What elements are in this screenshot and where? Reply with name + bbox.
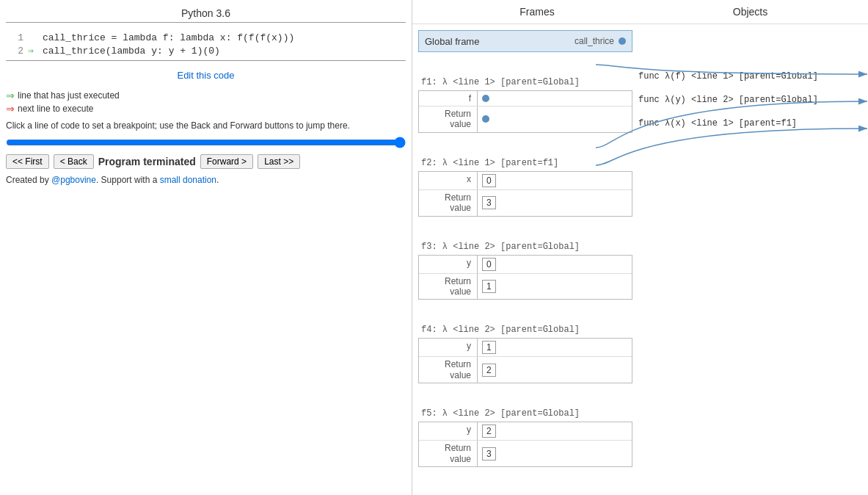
frame-f3-name-retval: Returnvalue [419,274,478,300]
frame-f3-row-y: y 0 [419,256,632,274]
code-text-2: call_thrice(lambda y: y + 1)(0) [43,46,220,57]
frame-f4-val-retval: 2 [478,357,500,383]
obj-1-text: func λ(f) <line 1> [parent=Global] [638,71,818,82]
frame-f5-table: y 2 Returnvalue 3 [418,422,632,467]
step-slider[interactable] [6,137,406,148]
edit-link-container: Edit this code [6,67,406,84]
frame-f1-title: f1: λ <line 1> [parent=Global] [418,76,632,89]
footer-prefix: Created by [6,175,51,185]
line-num-2: 2 [6,46,23,57]
author-link[interactable]: @pgbovine [51,175,96,185]
arrow-2: ⇒ [28,45,43,57]
f3-retval-val: 1 [482,280,496,293]
left-panel: Python 3.6 1 call_thrice = lambda f: lam… [0,0,412,495]
frame-f3-row-retval: Returnvalue 1 [419,274,632,300]
right-header: Frames Objects [412,0,868,24]
f2-x-val: 0 [482,174,496,187]
click-hint: Click a line of code to set a breakpoint… [6,120,406,131]
frame-f4-row-retval: Returnvalue 2 [419,357,632,383]
donation-link[interactable]: small donation [160,175,216,185]
legend: ⇒ line that has just executed ⇒ next lin… [6,90,406,115]
footer-suffix: . [216,175,219,185]
nav-buttons: << First < Back Program terminated Forwa… [6,154,406,169]
legend-arrow-red: ⇒ [6,103,15,115]
frame-f1-row-f: f [419,91,632,106]
frame-global: Global frame call_thrice [418,30,632,52]
frame-f2-row-retval: Returnvalue 3 [419,190,632,216]
legend-item-green: ⇒ line that has just executed [6,90,406,101]
frame-f2-name-x: x [419,172,478,189]
frame-f4-val-y: 1 [478,339,500,356]
frame-f3: f3: λ <line 2> [parent=Global] y 0 Retur… [418,240,632,300]
frame-f3-val-retval: 1 [478,274,500,300]
global-frame-box: Global frame call_thrice [418,30,632,52]
frames-section: Global frame call_thrice f1: λ <line 1> … [412,24,868,473]
first-button[interactable]: << First [6,154,49,169]
back-button[interactable]: < Back [54,154,94,169]
call-thrice-dot [619,37,626,45]
right-panel: Frames Objects Global [412,0,868,495]
code-line-2[interactable]: 2 ⇒ call_thrice(lambda y: y + 1)(0) [6,44,406,57]
frame-f2-row-x: x 0 [419,172,632,190]
edit-this-code-link[interactable]: Edit this code [177,70,234,81]
legend-item-red: ⇒ next line to execute [6,103,406,115]
f4-y-val: 1 [482,341,496,354]
frame-f1-table: f Returnvalue [418,90,632,133]
last-button[interactable]: Last >> [258,154,300,169]
frame-f1-val-retval [478,106,494,132]
frame-f4-table: y 1 Returnvalue 2 [418,338,632,383]
frame-f1-row-retval: Returnvalue [419,106,632,132]
f5-retval-val: 3 [482,447,496,460]
frame-f4-name-y: y [419,339,478,356]
frame-f2-table: x 0 Returnvalue 3 [418,171,632,217]
frame-f3-val-y: 0 [478,256,500,273]
frames-header: Frames [427,3,647,21]
footer-middle: . Support with a [96,175,160,185]
f5-y-val: 2 [482,424,496,438]
code-line-1[interactable]: 1 call_thrice = lambda f: lambda x: f(f(… [6,32,406,44]
f1-retval-dot [482,115,489,123]
obj-3: func λ(x) <line 1> [parent=f1] [632,117,868,130]
frame-f5-row-retval: Returnvalue 3 [419,441,632,466]
frame-f4-row-y: y 1 [419,339,632,357]
obj-1: func λ(f) <line 1> [parent=Global] [632,70,868,83]
frame-f2-name-retval: Returnvalue [419,190,478,216]
frame-f3-table: y 0 Returnvalue 1 [418,255,632,300]
frame-f5-name-retval: Returnvalue [419,441,478,466]
obj-3-text: func λ(x) <line 1> [parent=f1] [638,118,797,129]
call-thrice-label: call_thrice [575,36,614,46]
obj-2-text: func λ(y) <line 2> [parent=Global] [638,95,818,105]
legend-label-red: next line to execute [18,104,93,114]
frame-f1-name-f: f [419,91,478,106]
global-frame-label: Global frame [425,36,479,47]
f1-f-dot [482,95,489,102]
forward-button[interactable]: Forward > [200,154,253,169]
slider-container [6,137,406,148]
frames-col: Global frame call_thrice f1: λ <line 1> … [412,30,632,467]
frames-objects-row: Global frame call_thrice f1: λ <line 1> … [412,24,868,473]
frame-f5-val-retval: 3 [478,441,500,466]
frame-f4-title: f4: λ <line 2> [parent=Global] [418,323,632,336]
frame-f1-val-f [478,91,494,106]
objects-col: func λ(f) <line 1> [parent=Global] func … [632,30,868,467]
footer: Created by @pgbovine. Support with a sma… [6,175,406,185]
frame-f4-name-retval: Returnvalue [419,357,478,383]
f3-y-val: 0 [482,258,496,271]
frame-f5-val-y: 2 [478,422,500,440]
frame-f2-val-x: 0 [478,172,500,189]
frame-f3-name-y: y [419,256,478,273]
python-title: Python 3.6 [6,7,406,23]
frame-f2: f2: λ <line 1> [parent=f1] x 0 Returnval… [418,156,632,217]
frame-f2-val-retval: 3 [478,190,500,216]
frame-f2-title: f2: λ <line 1> [parent=f1] [418,156,632,170]
legend-label-green: line that has just executed [18,90,120,101]
code-area: 1 call_thrice = lambda f: lambda x: f(f(… [6,29,406,61]
frame-f3-title: f3: λ <line 2> [parent=Global] [418,240,632,253]
line-num-1: 1 [6,32,23,43]
frame-f5-row-y: y 2 [419,422,632,441]
frame-f1: f1: λ <line 1> [parent=Global] f Returnv… [418,76,632,133]
frame-f5: f5: λ <line 2> [parent=Global] y 2 Retur… [418,407,632,467]
frame-f1-name-retval: Returnvalue [419,106,478,132]
obj-2: func λ(y) <line 2> [parent=Global] [632,93,868,106]
legend-arrow-green: ⇒ [6,90,15,101]
